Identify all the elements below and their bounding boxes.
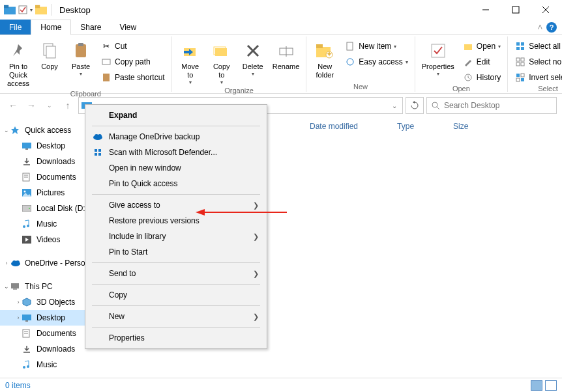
select-all-button[interactable]: Select all xyxy=(512,39,562,53)
tree-item-label: Music xyxy=(37,219,57,229)
ctx-include-library[interactable]: Include in library❯ xyxy=(87,229,265,244)
qat-dropdown[interactable]: ▾ xyxy=(30,7,33,13)
move-to-button[interactable]: Move to▾ xyxy=(176,39,205,87)
svg-rect-1 xyxy=(4,5,8,8)
refresh-button[interactable] xyxy=(406,97,424,114)
tree-item-label: Downloads xyxy=(37,344,75,354)
paste-shortcut-icon xyxy=(100,72,112,83)
music-icon xyxy=(22,219,34,229)
ribbon-collapse-icon[interactable]: ᐱ xyxy=(538,23,542,31)
pin-to-quick-access-button[interactable]: Pin to Quick access xyxy=(4,39,33,90)
music-icon xyxy=(22,360,34,369)
new-folder-button[interactable]: ✦ New folder xyxy=(310,39,339,81)
tree-item-label: Quick access xyxy=(25,126,71,135)
search-input[interactable] xyxy=(444,101,552,110)
copy-path-button[interactable]: Copy path xyxy=(98,55,168,69)
svg-rect-65 xyxy=(13,288,17,290)
maximize-button[interactable] xyxy=(501,0,531,20)
svg-point-63 xyxy=(16,260,20,264)
folder-icon xyxy=(35,5,47,15)
expand-icon[interactable]: › xyxy=(3,260,10,266)
up-button[interactable]: ↑ xyxy=(60,98,76,113)
ctx-send-to[interactable]: Send to❯ xyxy=(87,266,265,281)
ctx-onedrive-backup[interactable]: Manage OneDrive backup xyxy=(87,129,265,145)
back-button[interactable]: ← xyxy=(5,98,21,113)
breadcrumb-dropdown[interactable]: ⌄ xyxy=(389,102,400,109)
copy-button[interactable]: Copy xyxy=(35,39,64,72)
rename-icon xyxy=(276,40,297,61)
delete-button[interactable]: Delete▾ xyxy=(239,39,267,78)
svg-rect-48 xyxy=(25,148,28,150)
svg-point-57 xyxy=(23,225,25,228)
ctx-pin-quick-access[interactable]: Pin to Quick access xyxy=(87,176,265,191)
chevron-right-icon: ❯ xyxy=(253,270,259,278)
cut-button[interactable]: ✂Cut xyxy=(98,39,168,53)
tab-home[interactable]: Home xyxy=(31,20,71,35)
ctx-copy[interactable]: Copy xyxy=(87,287,265,303)
ctx-defender-scan[interactable]: Scan with Microsoft Defender... xyxy=(87,145,265,160)
forward-button[interactable]: → xyxy=(23,98,39,113)
paste-icon xyxy=(70,40,91,61)
tab-file[interactable]: File xyxy=(0,20,31,35)
easy-access-button[interactable]: Easy access ▾ xyxy=(342,55,410,69)
details-view-button[interactable] xyxy=(531,380,542,391)
svg-rect-47 xyxy=(22,143,31,148)
edit-button[interactable]: Edit xyxy=(460,55,503,69)
expand-icon[interactable]: › xyxy=(14,315,22,321)
ribbon: Pin to Quick access Copy Paste ▾ ✂Cut Co… xyxy=(0,35,562,94)
properties-button[interactable]: Properties▾ xyxy=(419,39,457,78)
svg-rect-4 xyxy=(35,5,40,8)
minimize-button[interactable] xyxy=(471,0,501,20)
svg-rect-42 xyxy=(516,78,520,81)
ctx-expand[interactable]: Expand xyxy=(87,107,265,123)
help-icon[interactable]: ? xyxy=(546,22,557,33)
search-box[interactable] xyxy=(426,97,557,114)
tree-item[interactable]: Music xyxy=(0,357,108,372)
3d-icon xyxy=(22,298,34,307)
open-button[interactable]: Open ▾ xyxy=(460,39,503,53)
rename-button[interactable]: Rename xyxy=(270,39,303,72)
new-item-button[interactable]: New item ▾ xyxy=(342,39,410,53)
paste-shortcut-button[interactable]: Paste shortcut xyxy=(98,70,168,85)
expand-icon[interactable]: › xyxy=(14,299,22,305)
svg-rect-13 xyxy=(102,59,110,64)
history-button[interactable]: History xyxy=(460,70,503,85)
invert-selection-button[interactable]: Invert selection xyxy=(512,70,562,85)
doc-icon xyxy=(22,329,34,338)
tab-view[interactable]: View xyxy=(110,20,145,35)
recent-locations-button[interactable]: ⌄ xyxy=(42,98,57,113)
paste-button[interactable]: Paste ▾ xyxy=(67,39,95,78)
tree-item-label: Local Disk (D:) xyxy=(37,204,88,213)
svg-rect-6 xyxy=(512,7,519,13)
svg-line-45 xyxy=(437,107,439,109)
close-button[interactable] xyxy=(531,0,561,20)
ctx-pin-start[interactable]: Pin to Start xyxy=(87,244,265,260)
properties-icon[interactable] xyxy=(18,5,27,14)
invert-icon xyxy=(514,72,526,83)
shield-icon xyxy=(92,147,104,158)
select-none-icon xyxy=(514,56,526,68)
select-none-button[interactable]: Select none xyxy=(512,55,562,69)
ctx-open-new-window[interactable]: Open in new window xyxy=(87,160,265,176)
copy-icon xyxy=(39,40,60,61)
expand-icon[interactable]: ⌄ xyxy=(3,283,10,290)
group-label-organize: Organize xyxy=(176,87,303,96)
col-size[interactable]: Size xyxy=(453,122,468,131)
expand-icon[interactable]: ⌄ xyxy=(3,127,10,133)
tab-share[interactable]: Share xyxy=(71,20,110,35)
icons-view-button[interactable] xyxy=(545,380,557,391)
download-icon xyxy=(22,344,34,354)
svg-rect-80 xyxy=(98,153,101,156)
col-type[interactable]: Type xyxy=(397,122,414,131)
ctx-properties[interactable]: Properties xyxy=(87,330,265,346)
tree-item-label: Downloads xyxy=(37,157,75,166)
svg-point-27 xyxy=(347,59,353,65)
app-icon xyxy=(4,5,16,15)
svg-marker-46 xyxy=(11,126,19,134)
svg-rect-26 xyxy=(347,42,353,50)
ctx-new[interactable]: New❯ xyxy=(87,309,265,324)
doc-icon xyxy=(22,173,34,182)
copy-to-button[interactable]: Copy to▾ xyxy=(207,39,236,87)
status-bar: 0 items xyxy=(0,378,562,392)
col-date[interactable]: Date modified xyxy=(310,122,358,131)
